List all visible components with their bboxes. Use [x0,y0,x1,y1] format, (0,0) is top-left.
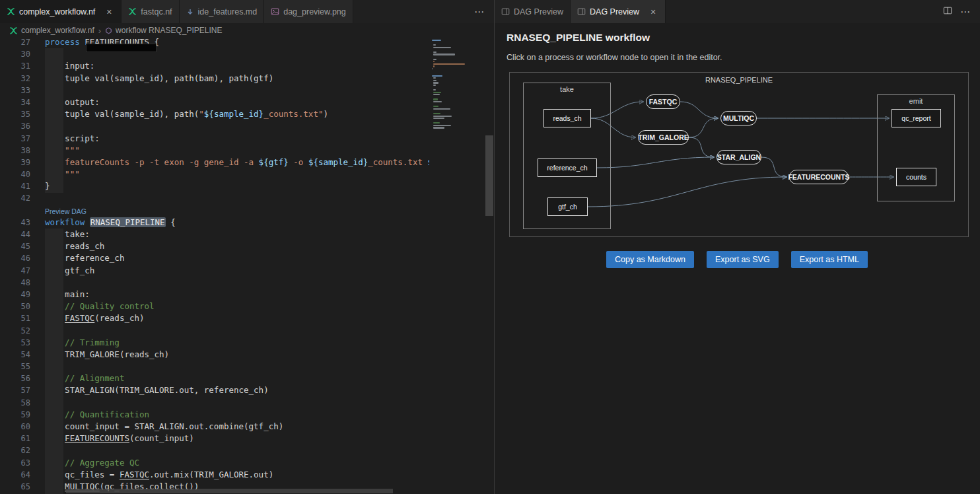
code-line-49[interactable]: 49 main: [0,289,494,300]
tab-bar-left: complex_workflow.nf×fastqc.nfide_feature… [0,0,494,23]
code-text: """ [30,168,80,180]
export-as-svg-button[interactable]: Export as SVG [707,251,779,268]
line-number: 42 [0,192,30,204]
minimap-line [433,82,438,83]
code-line-45[interactable]: 45 reads_ch [0,240,494,252]
code-line-43[interactable]: 43workflow RNASEQ_PIPELINE { [0,217,494,229]
code-text: workflow RNASEQ_PIPELINE { [30,217,176,229]
right-tab-actions: ⋯ [943,0,980,23]
minimap-line [433,53,455,55]
dag-node-qc-report[interactable]: qc_report [892,109,941,127]
minimap-line [433,80,437,81]
line-number: 39 [0,157,30,168]
code-line-39[interactable]: 39 featureCounts -p -t exon -g gene_id -… [0,157,494,168]
code-text [30,120,45,132]
code-line-63[interactable]: 63 // Aggregate QC [0,457,494,469]
code-line-62[interactable]: 62 [0,444,494,456]
minimap-line [433,85,436,86]
dag-node-gtf-ch[interactable]: gtf_ch [547,197,588,216]
more-actions-icon[interactable]: ⋯ [960,6,971,18]
minimap-line [433,122,439,124]
line-number: 47 [0,265,30,277]
tab-dag-preview[interactable]: DAG Preview [495,0,571,23]
preview-subtitle: Click on a process or workflow node to o… [507,53,969,62]
code-editor[interactable]: 27process FEATURECOUNTS {3031 input:32 t… [0,38,494,494]
horizontal-scrollbar-thumb[interactable] [66,489,393,493]
minimap-line [433,118,444,119]
code-line-60[interactable]: 60 count_input = STAR_ALIGN.out.combine(… [0,421,494,433]
editor-group-right: DAG PreviewDAG Preview× ⋯ RNASEQ_PIPELIN… [494,0,980,494]
code-line-58[interactable]: 58 [0,397,494,409]
code-line-48[interactable]: 48 [0,277,494,289]
breadcrumb-item-file[interactable]: complex_workflow.nf [21,26,94,35]
code-line-31[interactable]: 31 input: [0,60,494,72]
code-rows: 27process FEATURECOUNTS {3031 input:32 t… [0,38,494,494]
code-line-34[interactable]: 34 output: [0,96,494,108]
code-line-47[interactable]: 47 gtf_ch [0,265,494,277]
code-line-33[interactable]: 33 [0,85,494,96]
dag-node-trim-galore[interactable]: TRIM_GALORE [638,130,689,145]
tab-label: dag_preview.png [283,7,346,17]
code-text: FEATURECOUNTS(count_input) [30,433,194,444]
code-line-57[interactable]: 57 STAR_ALIGN(TRIM_GALORE.out, reference… [0,384,494,396]
tab-dag-preview-png[interactable]: dag_preview.png [264,0,353,23]
dag-node-fastqc[interactable]: FASTQC [646,94,680,109]
minimap-line [433,47,450,48]
tab-ide-features-md[interactable]: ide_features.md [180,0,265,23]
code-line-37[interactable]: 37 script: [0,133,494,145]
code-line-36[interactable]: 36 [0,120,494,132]
dag-node-featurecounts[interactable]: FEATURECOUNTS [789,170,849,184]
tab-fastqc-nf[interactable]: fastqc.nf [122,0,179,23]
tab-dag-preview[interactable]: DAG Preview× [571,0,666,23]
code-line-61[interactable]: 61 FEATURECOUNTS(count_input) [0,433,494,444]
code-line-35[interactable]: 35 tuple val(sample_id), path("${sample_… [0,108,494,120]
code-line-52[interactable]: 52 [0,325,494,337]
code-line-42[interactable]: 42 [0,192,494,204]
code-line-44[interactable]: 44 take: [0,229,494,240]
code-line-46[interactable]: 46 reference_ch [0,252,494,264]
code-line-40[interactable]: 40 """ [0,168,494,180]
more-actions-icon[interactable]: ⋯ [474,6,485,18]
code-line-41[interactable]: 41} [0,180,494,192]
line-number: 50 [0,300,30,312]
dag-node-reads-ch[interactable]: reads_ch [543,109,591,127]
tab-complex-workflow-nf[interactable]: complex_workflow.nf× [0,0,122,23]
line-number: 61 [0,433,30,444]
line-number: 57 [0,384,30,396]
code-line-64[interactable]: 64 qc_files = FASTQC.out.mix(TRIM_GALORE… [0,469,494,481]
left-tab-actions: ⋯ [474,0,494,23]
codelens-preview-dag[interactable]: Preview DAG [30,205,87,217]
minimap[interactable] [429,38,485,494]
dag-node-multiqc[interactable]: MULTIQC [720,111,757,125]
code-line-50[interactable]: 50 // Quality control [0,300,494,312]
breadcrumb-item-symbol[interactable]: workflow RNASEQ_PIPELINE [116,26,222,35]
split-editor-icon[interactable] [943,6,952,17]
editor-group-left: complex_workflow.nf×fastqc.nfide_feature… [0,0,494,494]
code-text [30,277,45,289]
vertical-scrollbar-thumb[interactable] [485,135,493,216]
close-icon[interactable]: × [648,7,658,17]
code-line-27[interactable]: 27process FEATURECOUNTS { [0,38,494,48]
code-line-32[interactable]: 32 tuple val(sample_id), path(bam), path… [0,73,494,85]
export-as-html-button[interactable]: Export as HTML [791,251,868,268]
close-icon[interactable]: × [104,7,114,17]
minimap-line [433,125,450,126]
dag-node-star-align[interactable]: STAR_ALIGN [717,150,761,164]
preview-icon [501,7,510,16]
dag-node-counts[interactable]: counts [896,168,936,186]
dag-node-reference-ch[interactable]: reference_ch [538,159,597,177]
code-text: TRIM_GALORE(reads_ch) [30,349,169,361]
code-line-30[interactable]: 30 [0,48,494,60]
copy-as-markdown-button[interactable]: Copy as Markdown [606,251,694,268]
code-line-54[interactable]: 54 TRIM_GALORE(reads_ch) [0,349,494,361]
breadcrumb-separator: › [98,26,101,36]
code-line-55[interactable]: 55 [0,361,494,372]
code-line-51[interactable]: 51 FASTQC(reads_ch) [0,312,494,324]
line-number: 64 [0,469,30,481]
code-line-59[interactable]: 59 // Quantification [0,409,494,421]
code-line-53[interactable]: 53 // Trimming [0,337,494,349]
code-line-56[interactable]: 56 // Alignment [0,372,494,384]
vertical-scrollbar[interactable] [485,38,494,494]
preview-icon [577,7,586,16]
code-line-38[interactable]: 38 """ [0,145,494,157]
